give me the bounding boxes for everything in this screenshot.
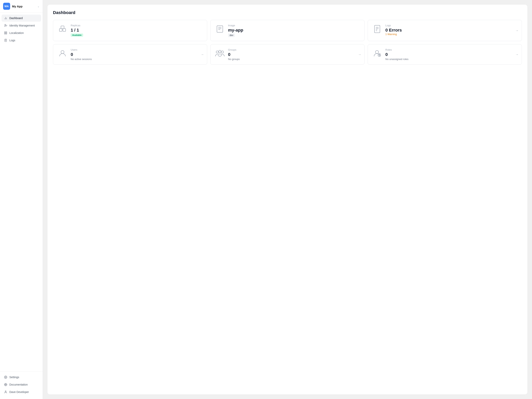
image-label: Image (228, 24, 360, 27)
users-label: Users (71, 48, 203, 51)
image-icon (215, 24, 225, 34)
sidebar-item-settings-label: Settings (9, 376, 19, 379)
users-value: 0 (71, 52, 203, 57)
svg-rect-8 (5, 33, 6, 34)
app-name-label: My App (12, 5, 37, 8)
sidebar-item-identity-label: Identity Management (9, 24, 35, 27)
svg-point-3 (5, 24, 6, 25)
users-icon (57, 48, 68, 58)
replicas-badge: Available (71, 33, 83, 37)
page-title: Dashboard (53, 10, 522, 15)
roles-card[interactable]: Roles 0 No unassigned roles → (368, 44, 522, 64)
user-icon (4, 390, 7, 394)
documentation-icon (4, 383, 7, 386)
dashboard-icon (4, 16, 7, 20)
replicas-card-body: Replicas 1 / 1 Available (71, 24, 203, 37)
logs-warning: 1 Warning (385, 33, 517, 36)
logs-errors-value: 0 Errors (385, 28, 517, 33)
svg-point-34 (221, 51, 223, 53)
sidebar-item-dashboard-label: Dashboard (9, 17, 23, 20)
replicas-value: 1 / 1 (71, 28, 203, 33)
svg-point-32 (216, 51, 218, 53)
logs-card-label: Logs (385, 24, 517, 27)
groups-arrow-icon: → (358, 53, 361, 56)
sidebar-item-identity[interactable]: Identity Management (1, 22, 41, 29)
sidebar-item-documentation-label: Documentation (9, 383, 28, 386)
logs-card-icon (372, 24, 382, 34)
sidebar-item-user-label: Dave Developer (9, 390, 29, 393)
roles-arrow-icon: → (515, 53, 519, 56)
logs-card[interactable]: Logs 0 Errors 1 Warning → (368, 20, 522, 41)
image-value: my-app (228, 28, 360, 33)
image-card: Image my-app dev (210, 20, 365, 41)
roles-sub: No unassigned roles (385, 58, 517, 61)
dashboard-content: Dashboard Replicas 1 / 1 Available (48, 5, 527, 394)
groups-label: Groups (228, 48, 360, 51)
sidebar-item-localization[interactable]: Localization (1, 29, 41, 36)
users-sub: No active sessions (71, 58, 203, 61)
replicas-label: Replicas (71, 24, 203, 27)
svg-rect-6 (5, 32, 6, 33)
groups-card[interactable]: Groups 0 No groups → (210, 44, 365, 64)
groups-icon (215, 48, 225, 58)
svg-point-35 (375, 51, 379, 54)
svg-rect-22 (61, 26, 64, 29)
groups-card-body: Groups 0 No groups (228, 48, 360, 60)
users-card-body: Users 0 No active sessions (71, 48, 203, 60)
image-card-body: Image my-app dev (228, 24, 360, 37)
app-switcher[interactable]: MA My App ⌄ (0, 0, 43, 13)
svg-rect-7 (6, 32, 7, 33)
roles-icon (372, 48, 382, 58)
sidebar-item-documentation[interactable]: Documentation (1, 381, 41, 388)
svg-point-14 (5, 377, 6, 378)
identity-icon (4, 24, 7, 27)
app-avatar: MA (3, 3, 10, 10)
svg-rect-25 (217, 26, 223, 32)
svg-rect-24 (63, 29, 66, 31)
svg-rect-26 (374, 25, 380, 33)
roles-card-body: Roles 0 No unassigned roles (385, 48, 517, 60)
users-arrow-icon: → (201, 53, 204, 56)
logs-icon (4, 39, 7, 42)
sidebar-item-logs[interactable]: Logs (1, 37, 41, 44)
sidebar-item-settings[interactable]: Settings (1, 374, 41, 381)
sidebar-item-dashboard[interactable]: Dashboard (1, 15, 41, 22)
sidebar-item-logs-label: Logs (9, 39, 15, 42)
roles-value: 0 (385, 52, 517, 57)
svg-rect-9 (6, 33, 7, 34)
groups-value: 0 (228, 52, 360, 57)
settings-icon (4, 375, 7, 379)
image-tag: dev (228, 33, 235, 37)
svg-point-33 (219, 50, 221, 53)
sidebar: MA My App ⌄ Dashboard Identity Managemen… (0, 0, 43, 399)
sidebar-nav: Dashboard Identity Management Localizati… (0, 13, 43, 372)
roles-label: Roles (385, 48, 517, 51)
sidebar-item-user[interactable]: Dave Developer (1, 388, 41, 395)
svg-point-21 (5, 391, 6, 392)
localization-icon (4, 31, 7, 35)
users-card[interactable]: Users 0 No active sessions → (53, 44, 207, 64)
chevron-down-icon: ⌄ (37, 5, 39, 8)
groups-sub: No groups (228, 58, 360, 61)
sidebar-item-localization-label: Localization (9, 31, 24, 34)
sidebar-bottom: Settings Documentation Dave Developer (0, 372, 43, 399)
main-content: Dashboard Replicas 1 / 1 Available (43, 0, 532, 399)
dashboard-grid: Replicas 1 / 1 Available Image (53, 20, 522, 65)
svg-rect-23 (59, 29, 62, 31)
svg-point-31 (61, 51, 64, 54)
logs-arrow-icon: → (515, 29, 519, 32)
replicas-icon (57, 24, 68, 34)
replicas-card: Replicas 1 / 1 Available (53, 20, 207, 41)
logs-card-body: Logs 0 Errors 1 Warning (385, 24, 517, 36)
